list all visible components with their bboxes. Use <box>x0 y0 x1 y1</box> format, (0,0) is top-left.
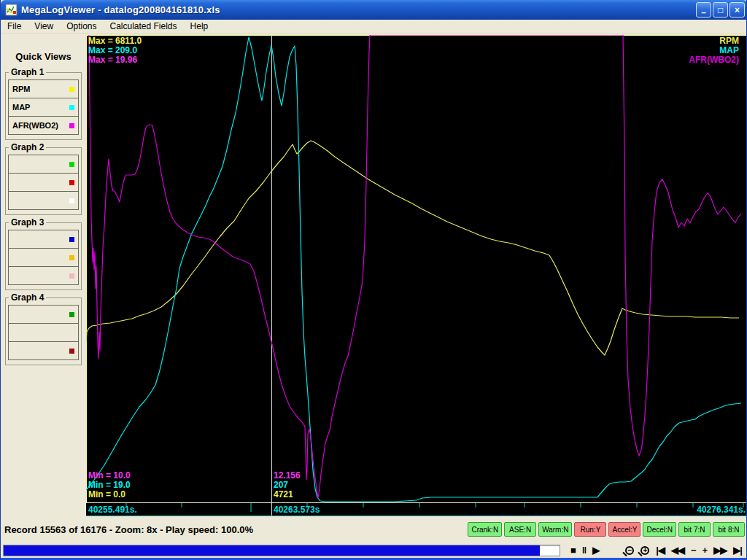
play-button[interactable]: ▶ <box>592 545 599 555</box>
color-swatch <box>69 198 74 203</box>
quickview-button-empty[interactable] <box>8 155 79 174</box>
close-icon: × <box>735 6 740 15</box>
time-label-left: 40255.491s. <box>88 505 137 515</box>
color-swatch <box>69 237 74 242</box>
quickview-button-empty[interactable] <box>8 341 79 360</box>
app-icon <box>5 4 18 17</box>
skip-end-button[interactable]: ▶| <box>733 545 742 555</box>
minimize-icon: – <box>701 8 706 17</box>
quickview-button-empty[interactable] <box>8 230 79 249</box>
group-graph-1: Graph 1RPMMAPAFR(WBO2) <box>5 72 82 140</box>
chart-legend: RPMMAPAFR(WBO2) <box>689 36 739 65</box>
skip-start-button[interactable]: |◀ <box>656 545 665 555</box>
quickview-button-afr-wbo2[interactable]: AFR(WBO2) <box>8 116 79 135</box>
chart-area[interactable]: Max = 6811.0Max = 209.0Max = 19.96 RPMMA… <box>86 35 747 516</box>
status-indicators: Crank:NASE:NWarm:NRun:YAccel:YDecel:Nbit… <box>468 522 745 537</box>
log-chart[interactable] <box>86 35 747 516</box>
quickview-button-empty[interactable] <box>8 266 79 285</box>
quickview-label: MAP <box>12 103 30 112</box>
time-label-right: 40276.341s. <box>697 505 746 515</box>
group-label-graph-4: Graph 4 <box>9 292 46 303</box>
indicator-bit-7-n: bit 7:N <box>678 522 711 537</box>
transport-bar: ■‖▶−+|◀◀◀−+▶▶▶| <box>1 542 747 558</box>
step-plus-button[interactable]: + <box>703 545 708 555</box>
titlebar[interactable]: MegaLogViewer - datalog200804161810.xls … <box>1 0 747 20</box>
app-window: MegaLogViewer - datalog200804161810.xls … <box>0 0 747 560</box>
status-bar: Record 15563 of 16176 - Zoom: 8x - Play … <box>1 516 747 542</box>
client-area: Quick Views Graph 1RPMMAPAFR(WBO2)Graph … <box>1 34 747 516</box>
indicator-decel-n: Decel:N <box>643 522 676 537</box>
group-label-graph-3: Graph 3 <box>9 217 46 228</box>
indicator-bit-8-n: bit 8:N <box>713 522 745 537</box>
color-swatch <box>69 162 74 167</box>
quickview-button-empty[interactable] <box>8 305 79 324</box>
time-label-cursor: 40263.573s <box>274 505 320 515</box>
color-swatch <box>69 255 74 260</box>
menu-help[interactable]: Help <box>184 20 215 34</box>
color-swatch <box>69 349 74 354</box>
group-graph-4: Graph 4 <box>5 298 82 365</box>
color-swatch <box>69 123 74 128</box>
quickview-button-empty[interactable] <box>8 173 79 192</box>
maximize-button[interactable]: □ <box>713 2 728 18</box>
menubar: FileViewOptionsCalculated FieldsHelp <box>1 20 747 34</box>
menu-options[interactable]: Options <box>60 20 103 34</box>
quickview-button-empty[interactable] <box>8 191 79 210</box>
legend-afr-wbo2: AFR(WBO2) <box>689 55 739 65</box>
cursor-value-4721: 4721 <box>274 490 301 499</box>
transport-buttons: ■‖▶−+|◀◀◀−+▶▶▶| <box>570 545 742 555</box>
color-swatch <box>69 180 74 185</box>
group-graph-2: Graph 2 <box>5 147 82 215</box>
color-swatch <box>69 273 74 279</box>
quick-view-groups: Graph 1RPMMAPAFR(WBO2)Graph 2Graph 3Grap… <box>1 72 86 365</box>
color-swatch <box>69 312 74 317</box>
maximize-icon: □ <box>718 6 723 15</box>
menu-file[interactable]: File <box>1 20 28 34</box>
progress-fill <box>4 545 540 556</box>
color-swatch <box>69 87 74 92</box>
forward-button[interactable]: ▶▶ <box>713 545 727 555</box>
group-label-graph-1: Graph 1 <box>9 67 46 77</box>
close-button[interactable]: × <box>729 2 745 18</box>
quickview-label: RPM <box>12 85 30 93</box>
step-minus-button[interactable]: − <box>691 545 696 555</box>
quickview-button-empty[interactable] <box>8 248 79 267</box>
color-swatch <box>69 105 74 110</box>
group-label-graph-2: Graph 2 <box>9 142 46 152</box>
group-graph-3: Graph 3 <box>5 222 82 290</box>
chart-min-labels: Min = 10.0Min = 19.0Min = 0.0 <box>88 471 131 499</box>
sidebar: Quick Views Graph 1RPMMAPAFR(WBO2)Graph … <box>1 34 86 516</box>
indicator-ase-n: ASE:N <box>504 522 536 537</box>
quickview-button-rpm[interactable]: RPM <box>8 79 79 98</box>
window-title: MegaLogViewer - datalog200804161810.xls <box>21 4 220 15</box>
zoom-out-button[interactable]: − <box>625 546 634 555</box>
max-label-max-19-96: Max = 19.96 <box>88 55 142 65</box>
quickview-label: AFR(WBO2) <box>12 121 58 130</box>
zoom-out-icon: − <box>625 546 634 555</box>
quickview-button-empty[interactable] <box>8 323 79 342</box>
stop-button[interactable]: ■ <box>570 545 576 555</box>
pause-button[interactable]: ‖ <box>582 545 586 555</box>
rewind-button[interactable]: ◀◀ <box>671 545 684 555</box>
zoom-in-button[interactable]: + <box>640 546 649 555</box>
progress-bar[interactable] <box>3 545 560 556</box>
zoom-in-icon: + <box>640 546 649 555</box>
indicator-warm-n: Warm:N <box>538 522 572 537</box>
minimize-button[interactable]: – <box>696 2 711 18</box>
indicator-accel-y: Accel:Y <box>608 522 640 537</box>
chart-cursor-values: 12.1562074721 <box>274 471 301 499</box>
window-controls: –□× <box>696 2 745 18</box>
indicator-run-y: Run:Y <box>574 522 606 537</box>
menu-calculated-fields[interactable]: Calculated Fields <box>104 20 184 34</box>
indicator-crank-n: Crank:N <box>468 522 502 537</box>
chart-max-labels: Max = 6811.0Max = 209.0Max = 19.96 <box>88 36 142 65</box>
record-status: Record 15563 of 16176 - Zoom: 8x - Play … <box>4 524 253 535</box>
min-label-min-0-0: Min = 0.0 <box>88 490 131 499</box>
quick-views-title: Quick Views <box>1 51 86 62</box>
quickview-button-map[interactable]: MAP <box>8 98 79 117</box>
menu-view[interactable]: View <box>28 20 60 34</box>
